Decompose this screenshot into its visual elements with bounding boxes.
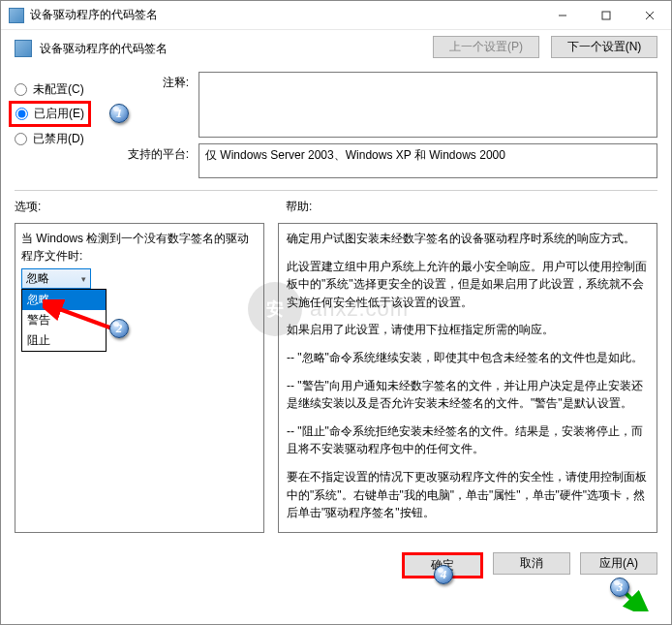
platform-value: 仅 Windows Server 2003、Windows XP 和 Windo… <box>199 143 657 178</box>
dropdown-option-block[interactable]: 阻止 <box>22 330 106 351</box>
divider <box>15 190 657 191</box>
help-label: 帮助: <box>286 199 312 215</box>
platform-label: 支持的平台: <box>125 143 189 163</box>
radio-group: 未配置(C) 已启用(E) 已禁用(D) <box>15 72 111 178</box>
help-p1: 确定用户试图安装未经数字签名的设备驱动程序时系统的响应方式。 <box>287 230 649 248</box>
chevron-down-icon: ▾ <box>81 274 86 284</box>
radio-enabled-input[interactable] <box>15 108 28 120</box>
help-panel: 确定用户试图安装未经数字签名的设备驱动程序时系统的响应方式。 此设置建立组中用户… <box>278 223 657 533</box>
radio-enabled[interactable]: 已启用(E) <box>15 106 84 122</box>
app-icon <box>9 8 24 23</box>
help-p7: 要在不指定设置的情况下更改驱动程序文件的安全性，请使用控制面板中的"系统"。右键… <box>287 468 649 522</box>
help-p5: -- "警告"向用户通知未经数字签名的文件，并让用户决定是停止安装还是继续安装以… <box>287 377 649 413</box>
window-title: 设备驱动程序的代码签名 <box>30 7 540 23</box>
close-button[interactable] <box>627 1 671 29</box>
radio-disabled[interactable]: 已禁用(D) <box>15 127 111 150</box>
options-label: 选项: <box>15 199 286 215</box>
header-icon <box>15 40 32 57</box>
titlebar: 设备驱动程序的代码签名 <box>1 1 671 30</box>
radio-unconfigured-label: 未配置(C) <box>33 81 84 98</box>
dropdown-list: 忽略 警告 阻止 <box>21 289 107 352</box>
minimize-button[interactable] <box>540 1 584 29</box>
options-panel: 当 Windows 检测到一个没有数字签名的驱动程序文件时: 忽略 ▾ 忽略 警… <box>15 223 264 533</box>
radio-disabled-label: 已禁用(D) <box>33 131 84 147</box>
radio-unconfigured[interactable]: 未配置(C) <box>15 78 111 101</box>
next-setting-button[interactable]: 下一个设置(N) <box>551 36 657 58</box>
cancel-button[interactable]: 取消 <box>493 552 570 575</box>
help-p2: 此设置建立组中用户系统上允许的最小安全响应。用户可以使用控制面板中的"系统"选择… <box>287 258 649 312</box>
radio-unconfigured-input[interactable] <box>15 83 27 96</box>
comment-input[interactable] <box>199 72 657 138</box>
apply-button[interactable]: 应用(A) <box>580 552 657 575</box>
dropdown-option-warn[interactable]: 警告 <box>22 310 106 330</box>
help-p6: -- "阻止"命令系统拒绝安装未经签名的文件。结果是，安装将停止，而且将不安装驱… <box>287 422 649 458</box>
svg-rect-1 <box>602 12 610 19</box>
dropdown-selected: 忽略 <box>26 270 81 287</box>
dropdown-option-ignore[interactable]: 忽略 <box>22 290 106 310</box>
prev-setting-button[interactable]: 上一个设置(P) <box>433 36 539 58</box>
radio-enabled-label: 已启用(E) <box>34 106 84 122</box>
help-p4: -- "忽略"命令系统继续安装，即使其中包含未经签名的文件也是如此。 <box>287 349 649 367</box>
button-row: 确定 取消 应用(A) <box>1 543 671 590</box>
ok-button[interactable]: 确定 <box>402 552 483 578</box>
radio-disabled-input[interactable] <box>15 133 27 145</box>
help-p3: 如果启用了此设置，请使用下拉框指定所需的响应。 <box>287 321 649 339</box>
comment-label: 注释: <box>125 72 189 91</box>
response-dropdown[interactable]: 忽略 ▾ 忽略 警告 阻止 <box>21 268 91 289</box>
maximize-button[interactable] <box>584 1 627 29</box>
options-instruction: 当 Windows 检测到一个没有数字签名的驱动程序文件时: <box>21 230 258 265</box>
